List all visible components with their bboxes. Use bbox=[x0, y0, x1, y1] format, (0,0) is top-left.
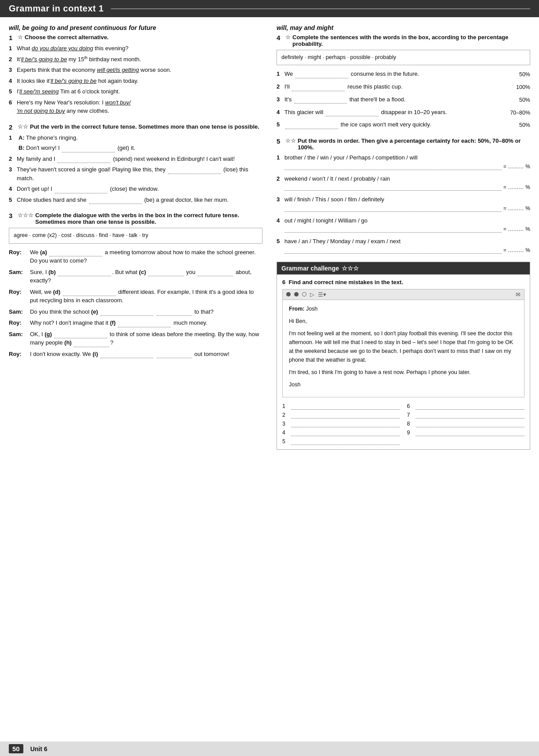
list-item: 4 It looks like it'll be/'s going to be … bbox=[9, 77, 262, 85]
answer-field[interactable] bbox=[54, 338, 107, 338]
answer-field[interactable] bbox=[284, 247, 502, 254]
answer-field[interactable] bbox=[291, 438, 400, 445]
grammar-challenge-instruction: 6 Find and correct nine mistakes in the … bbox=[282, 279, 524, 285]
answer-field[interactable] bbox=[118, 327, 171, 327]
speaker-label: Roy: bbox=[9, 319, 28, 327]
header-line bbox=[111, 8, 530, 9]
order-row: 5 have / an / They / Monday / may / exam… bbox=[277, 237, 530, 254]
answer-field[interactable] bbox=[416, 411, 524, 419]
answer-field[interactable] bbox=[291, 429, 400, 436]
exercise-2-list: 1 A: The phone's ringing. B: Don't worry… bbox=[9, 133, 262, 204]
answer-field[interactable] bbox=[62, 152, 115, 152]
dialogue-text: I don't know exactly. We (i) out tomorro… bbox=[30, 350, 262, 359]
answer-row: 2 bbox=[282, 411, 400, 419]
answer-field[interactable] bbox=[291, 420, 400, 427]
answer-field[interactable] bbox=[291, 411, 400, 419]
answer-field[interactable] bbox=[416, 403, 524, 410]
order-prompt: 2 weekend / won't / It / next / probably… bbox=[277, 174, 530, 183]
left-column: will, be going to and present continuous… bbox=[9, 24, 262, 733]
answer-field[interactable] bbox=[157, 358, 192, 358]
answer-field[interactable] bbox=[49, 256, 102, 256]
answer-field[interactable] bbox=[89, 204, 142, 204]
answer-row: 8 bbox=[407, 420, 524, 427]
percentage: 70–80% bbox=[506, 108, 530, 117]
text-underline: ll be/'s going to be bbox=[51, 78, 96, 84]
answer-field[interactable] bbox=[55, 193, 107, 193]
order-exercise: 1 brother / the / win / your / Perhaps /… bbox=[277, 153, 530, 254]
dialogue-text: Sure, I (b) . But what (c) you about, ex… bbox=[30, 268, 262, 285]
answer-field[interactable] bbox=[285, 129, 338, 129]
grammar-challenge-body: 6 Find and correct nine mistakes in the … bbox=[277, 274, 530, 449]
answer-field[interactable] bbox=[295, 78, 348, 78]
list-item: 3 Experts think that the economy will ge… bbox=[9, 66, 262, 74]
answer-row: 1 bbox=[282, 403, 400, 410]
order-row: 4 out / might / tonight / William / go =… bbox=[277, 216, 530, 233]
speaker-label: Roy: bbox=[9, 248, 28, 265]
answer-field[interactable] bbox=[416, 429, 524, 436]
page-number: 50 bbox=[9, 744, 23, 753]
answer-field[interactable] bbox=[284, 163, 502, 170]
answer-field[interactable] bbox=[294, 103, 347, 104]
answer-field[interactable] bbox=[74, 347, 109, 347]
order-row: 1 brother / the / win / your / Perhaps /… bbox=[277, 153, 530, 170]
answer-row: 5 bbox=[282, 438, 400, 445]
prob-row: 2 I'll reuse this plastic cup. 100% bbox=[277, 82, 530, 92]
percentage: 50% bbox=[506, 120, 530, 130]
answer-field[interactable] bbox=[58, 276, 111, 276]
answer-field[interactable] bbox=[284, 205, 502, 212]
answer-field[interactable] bbox=[284, 184, 502, 191]
answer-field[interactable] bbox=[326, 116, 379, 116]
answer-field[interactable] bbox=[168, 174, 221, 174]
answer-field[interactable] bbox=[292, 91, 345, 91]
answer-field[interactable] bbox=[100, 315, 153, 316]
list-item: 5 I'll see/'m seeing Tim at 6 o'clock to… bbox=[9, 87, 262, 96]
order-prompt: 4 out / might / tonight / William / go bbox=[277, 216, 530, 225]
email-paragraph-1: I'm not feeling well at the moment, so I… bbox=[289, 329, 518, 364]
order-row: 2 weekend / won't / It / next / probably… bbox=[277, 174, 530, 191]
dialogue-row: Roy: We (a) a meeting tomorrow about how… bbox=[9, 248, 262, 265]
email-box: ▷ ☰▾ ✉ From: Josh Hi Ben, I'm not feelin bbox=[282, 289, 524, 397]
exercise-1: 1 ☆ Choose the correct alternative. 1 Wh… bbox=[9, 34, 262, 115]
answer-field[interactable] bbox=[100, 358, 153, 358]
text-underline: will get/is getting bbox=[97, 67, 139, 73]
list-item: 5 Chloe studies hard and she (be) a grea… bbox=[9, 196, 262, 204]
email-dot-1 bbox=[286, 292, 291, 296]
exercise-5: 5 ☆☆ Put the words in order. Then give a… bbox=[277, 137, 530, 254]
answer-field[interactable] bbox=[63, 296, 116, 296]
exercise-5-instruction: Put the words in order. Then give a perc… bbox=[298, 137, 530, 151]
exercise-3-word-box: agree · come (x2) · cost · discuss · fin… bbox=[9, 228, 262, 243]
list-item: 6 Here's my New Year's resolution: I won… bbox=[9, 98, 262, 115]
email-from: From: Josh bbox=[289, 304, 518, 313]
answer-row: 3 bbox=[282, 420, 400, 427]
answer-field[interactable] bbox=[416, 420, 524, 427]
exercise-2-star: ☆☆ bbox=[18, 123, 28, 130]
exercise-3-instruction: Complete the dialogue with the verbs in … bbox=[35, 212, 262, 225]
answer-field[interactable] bbox=[148, 276, 184, 276]
left-section-title: will, be going to and present continuous… bbox=[9, 24, 262, 31]
exercise-4-num: 4 bbox=[277, 34, 284, 41]
email-toolbar: ▷ ☰▾ ✉ bbox=[283, 289, 524, 300]
answer-field[interactable] bbox=[58, 163, 111, 163]
percentage: 100% bbox=[506, 82, 530, 92]
email-greeting: Hi Ben, bbox=[289, 317, 518, 326]
exercise-2: 2 ☆☆ Put the verb in the correct future … bbox=[9, 123, 262, 204]
email-forward-icon: ▷ bbox=[310, 291, 314, 298]
sub-item-a: A: The phone's ringing. bbox=[17, 133, 262, 142]
answer-field[interactable] bbox=[198, 276, 233, 276]
right-section-title: will, may and might bbox=[277, 24, 530, 31]
order-prompt: 5 have / an / They / Monday / may / exam… bbox=[277, 237, 530, 246]
speaker-label: Sam: bbox=[9, 268, 28, 285]
speaker-label: Roy: bbox=[9, 288, 28, 305]
exercise-3: 3 ☆☆☆ Complete the dialogue with the ver… bbox=[9, 212, 262, 358]
email-signature: Josh bbox=[289, 380, 518, 389]
order-answer-row: = ……… % bbox=[277, 184, 530, 191]
gc-exercise-num: 6 bbox=[282, 279, 285, 285]
answer-field[interactable] bbox=[284, 226, 502, 233]
dialogue-row: Sam: OK, I (g) to think of some ideas be… bbox=[9, 330, 262, 347]
email-dot-2 bbox=[294, 292, 299, 296]
order-answer-row: = ……… % bbox=[277, 163, 530, 170]
order-prompt: 3 will / finish / This / soon / film / d… bbox=[277, 195, 530, 204]
exercise-2-num: 2 bbox=[9, 123, 16, 131]
answer-field[interactable] bbox=[291, 403, 400, 410]
answer-field[interactable] bbox=[157, 315, 192, 316]
